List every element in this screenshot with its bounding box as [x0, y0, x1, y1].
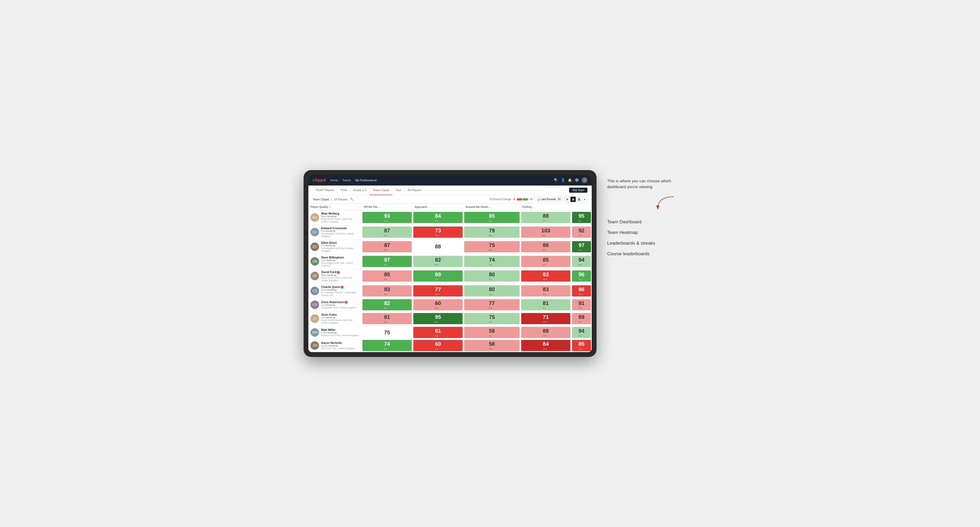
list-view-button[interactable]: ≡ [582, 197, 587, 202]
player-cell-7[interactable]: JC Josh Coles 1-5 Handicap Royal North D… [309, 311, 362, 326]
sort-arrow-5: — [532, 206, 535, 208]
player-initials-7: JC [310, 314, 319, 323]
grid-view-button[interactable]: ⊞ [565, 197, 570, 202]
player-name-3: Dave Billingham [321, 256, 360, 259]
arrow-up [386, 348, 387, 350]
tab-hcaps[interactable]: Hcaps 1-5 [350, 186, 370, 195]
player-cell-0[interactable]: BM Blair McHarg Plus Handicap Royal Nort… [309, 210, 362, 225]
player-cell-9[interactable]: AN Aaron Nicholls 11-15 Handicap Drift G… [309, 339, 362, 352]
table-row[interactable]: EC Edward Crossman 1-5 Handicap Sunningd… [309, 225, 592, 239]
player-cell-4[interactable]: DF David Ford✓ Plus Handicap Royal North… [309, 268, 362, 284]
table-row[interactable]: AN Aaron Nicholls 11-15 Handicap Drift G… [309, 339, 592, 352]
table-row[interactable]: MM Matt Miller 6-10 Handicap Woburn Golf… [309, 326, 592, 339]
score-box: 75 [363, 327, 412, 338]
score-off_tee-2: 88 [412, 239, 463, 254]
change-value: 6 [435, 220, 436, 222]
score-change: 11 [543, 321, 547, 323]
score-box: 74 8 [363, 340, 412, 351]
score-player_quality-3: 87 4 [362, 254, 412, 268]
table-row[interactable]: BM Blair McHarg Plus Handicap Royal Nort… [309, 210, 592, 225]
tab-tour[interactable]: Tour [392, 186, 404, 195]
score-putting-2: 97 5 [571, 239, 592, 254]
menu-item-2: Leaderboards & streaks [607, 238, 676, 249]
nav-teams[interactable]: Teams [342, 179, 351, 182]
nav-home[interactable]: Home [330, 179, 338, 182]
search-icon[interactable]: 🔍 [554, 178, 558, 182]
last-rounds-button[interactable]: 📊 Last Rounds: 20 [534, 197, 563, 202]
score-approach-1: 79 9 [463, 225, 520, 239]
score-change: 9 [489, 234, 492, 237]
player-cell-1[interactable]: EC Edward Crossman 1-5 Handicap Sunningd… [309, 225, 362, 239]
score-putting-1: 92 3 [571, 225, 592, 239]
score-change: 3 [578, 278, 582, 281]
score-sub: 88 1 [543, 213, 549, 222]
score-main-value: 83 [543, 271, 549, 278]
table-row[interactable]: CQ Charlie Quick✓ 6-10 Handicap St. Geor… [309, 284, 592, 298]
player-initials-5: CQ [310, 287, 319, 295]
score-sub: 95 9 [578, 213, 584, 222]
score-box: 83 10 [521, 270, 570, 282]
arrow-up [490, 264, 492, 266]
player-cell-5[interactable]: CQ Charlie Quick✓ 6-10 Handicap St. Geor… [309, 284, 362, 298]
score-sub: 58 10 [489, 341, 495, 350]
score-main-value: 91 [578, 300, 584, 306]
tablet-screen: clippd Home Teams My Performance 🔍 👤 🔔 ⚙… [309, 175, 592, 352]
add-team-button[interactable]: Add Team [569, 187, 587, 193]
score-change: 3 [384, 293, 387, 295]
score-sub: 86 6 [543, 242, 549, 251]
score-putting-9: 85 4 [571, 339, 592, 352]
score-player_quality-5: 83 3 [362, 284, 412, 298]
bell-icon[interactable]: 🔔 [568, 178, 572, 182]
score-main-value: 75 [489, 314, 495, 320]
table-row[interactable]: CR Chris Robertson✓ 1-5 Handicap Craigmi… [309, 298, 592, 311]
score-main-value: 96 [578, 271, 584, 278]
change-value: 5 [578, 249, 579, 251]
arrow-up [580, 264, 582, 266]
arrow-down [436, 335, 438, 337]
player-cell-2[interactable]: EE Elliot Ebert 1-5 Handicap Sunningdale… [309, 239, 362, 254]
table-row[interactable]: JC Josh Coles 1-5 Handicap Royal North D… [309, 311, 592, 326]
change-value: 3 [578, 335, 579, 337]
score-change: 6 [435, 220, 438, 222]
nav-my-performance[interactable]: My Performance [355, 179, 377, 182]
change-value: 1 [435, 348, 436, 350]
arrow-up [386, 264, 387, 266]
player-cell-8[interactable]: MM Matt Miller 6-10 Handicap Woburn Golf… [309, 326, 362, 339]
heatmap-view-button[interactable]: ▦ [570, 197, 576, 202]
edit-icon[interactable]: ✏️ [350, 197, 354, 201]
score-box: 83 6 [521, 285, 570, 297]
player-cell-6[interactable]: CR Chris Robertson✓ 1-5 Handicap Craigmi… [309, 298, 362, 311]
tab-all-players[interactable]: All Players [404, 186, 425, 195]
avatar[interactable]: U [582, 177, 587, 183]
th-off-tee: Off the Tee — [362, 204, 412, 210]
score-change: 3 [578, 234, 582, 237]
change-value: 2 [435, 307, 436, 309]
player-club-5: St. George's Hill GC - Weybridge - Surre… [321, 291, 360, 297]
score-box: 81 3 [363, 313, 412, 324]
arrow-down [490, 249, 492, 251]
user-icon[interactable]: 👤 [561, 178, 565, 182]
table-row[interactable]: EE Elliot Ebert 1-5 Handicap Sunningdale… [309, 239, 592, 254]
score-sub: 97 5 [578, 242, 584, 251]
tab-pga[interactable]: PGA [337, 186, 350, 195]
table-row[interactable]: DF David Ford✓ Plus Handicap Royal North… [309, 268, 592, 284]
score-main-value: 58 [489, 341, 495, 347]
table-row[interactable]: DB Dave Billingham 1-5 Handicap Gog Mago… [309, 254, 592, 268]
player-info-0: BM Blair McHarg Plus Handicap Royal Nort… [309, 210, 362, 225]
player-cell-3[interactable]: DB Dave Billingham 1-5 Handicap Gog Mago… [309, 254, 362, 268]
score-approach-8: 58 4 [463, 326, 520, 339]
settings-icon[interactable]: ⚙️ [575, 178, 579, 182]
tab-team-clippd[interactable]: Team Clippd [370, 186, 392, 195]
change-value: 4 [384, 220, 385, 222]
arrow-up [490, 321, 492, 323]
score-player_quality-4: 85 3 [362, 268, 412, 284]
person-view-button[interactable]: 👤 [576, 197, 582, 202]
player-avatar-2: EE [310, 243, 319, 251]
team-separator: | [331, 198, 332, 201]
score-change: 4 [543, 307, 546, 309]
score-sub: 74 1 [489, 257, 495, 266]
score-sub: 77 3 [489, 300, 495, 309]
player-name-2: Elliot Ebert [321, 241, 360, 244]
tab-pgat-players[interactable]: PGAT Players [313, 186, 337, 195]
player-club-0: Royal North Devon Golf Club, United King… [321, 218, 360, 223]
